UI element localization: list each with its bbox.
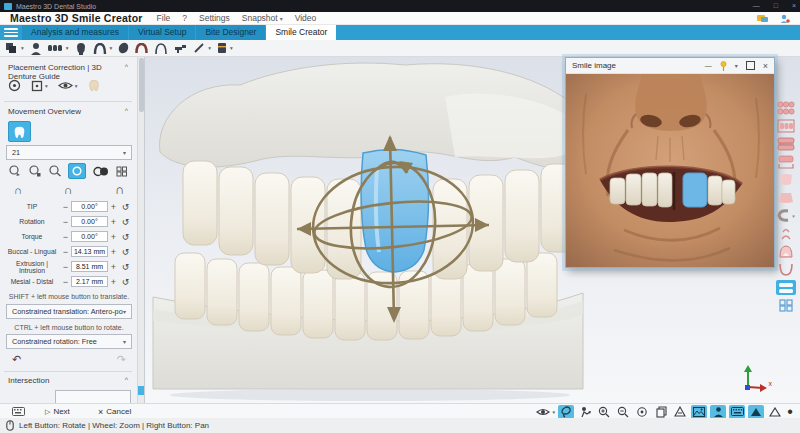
increment-button[interactable]: + <box>108 262 119 272</box>
teeth-row-icon[interactable] <box>48 43 63 53</box>
copy-view-icon[interactable] <box>653 405 669 419</box>
lower-arch-icon[interactable] <box>154 43 168 54</box>
zoom-in-icon[interactable] <box>596 405 612 419</box>
section-intersection[interactable]: Intersection ^ <box>8 376 128 385</box>
zoom-out-icon[interactable] <box>615 405 631 419</box>
smile-image-window[interactable]: Smile image — ▾ × <box>565 57 775 268</box>
orbit-icon[interactable] <box>577 405 593 419</box>
chevron-down-icon[interactable]: ▾ <box>735 62 738 69</box>
decrement-button[interactable]: − <box>60 217 71 227</box>
triangle-outline-icon[interactable] <box>767 405 783 419</box>
free-move-mode-button[interactable] <box>68 163 86 179</box>
hamburger-menu-icon[interactable] <box>0 25 22 40</box>
eye-icon[interactable]: ▾ <box>58 80 78 91</box>
keyboard-icon[interactable] <box>729 405 745 419</box>
reset-icon[interactable]: ↺ <box>119 262 132 272</box>
field-value[interactable]: 2.17 mm <box>71 276 108 287</box>
chat-icon[interactable] <box>757 14 768 23</box>
denture-view-button[interactable] <box>776 280 796 295</box>
increment-button[interactable]: + <box>108 247 119 257</box>
reset-rotation-icon[interactable] <box>28 165 41 177</box>
eye-icon[interactable] <box>535 405 551 419</box>
patient-bust-icon[interactable] <box>30 42 42 55</box>
next-button[interactable]: ▷ Next <box>45 404 70 419</box>
pin-icon[interactable] <box>720 61 727 71</box>
layout-grid-icon[interactable] <box>776 298 796 313</box>
more-dot-icon[interactable]: • <box>786 405 794 419</box>
arch-icon[interactable] <box>93 43 107 54</box>
redo-icon[interactable]: ↷ <box>117 353 126 366</box>
lower-arch-outline-icon[interactable] <box>776 262 796 277</box>
clamp-icon[interactable]: ▾ <box>776 208 796 223</box>
upper-arch-toggle-icon[interactable]: ∩ <box>14 184 22 196</box>
reset-icon[interactable]: ↺ <box>119 232 132 242</box>
tooth-ghost-icon[interactable] <box>88 79 100 92</box>
teeth-frame-icon[interactable] <box>776 118 796 133</box>
smile-window-titlebar[interactable]: Smile image — ▾ × <box>566 58 774 74</box>
arch-pair-icon[interactable] <box>776 226 796 241</box>
upper-arch-outline-icon[interactable] <box>776 244 796 259</box>
menu-file[interactable]: File <box>157 13 171 23</box>
field-value[interactable]: 14.13 mm <box>71 246 108 257</box>
upper-base-icon[interactable] <box>776 172 796 187</box>
reset-icon[interactable]: ↺ <box>119 217 132 227</box>
menu-video[interactable]: Video <box>295 13 317 23</box>
head-icon[interactable] <box>75 42 87 55</box>
smile-photo[interactable] <box>566 74 774 267</box>
increment-button[interactable]: + <box>108 232 119 242</box>
field-value[interactable]: 0.00° <box>71 201 108 212</box>
full-arch-toggle-icon[interactable]: ∩ <box>64 183 73 197</box>
collapse-icon[interactable]: ^ <box>125 107 128 116</box>
triangle-filled-icon[interactable] <box>748 405 764 419</box>
tooth-number-select[interactable]: 21 ▾ <box>6 145 132 160</box>
decrement-button[interactable]: − <box>60 202 71 212</box>
increment-button[interactable]: + <box>108 277 119 287</box>
tab-smile-creator[interactable]: Smile Creator <box>266 25 336 40</box>
airbrush-icon[interactable] <box>174 43 187 54</box>
tab-virtual-setup[interactable]: Virtual Setup <box>129 25 196 40</box>
molar-icon[interactable] <box>118 42 129 54</box>
constrained-translation-select[interactable]: Constrained translation: Antero-poste ▾ <box>6 304 132 319</box>
panel-scrollbar[interactable] <box>137 57 144 403</box>
layers-icon[interactable] <box>5 42 18 54</box>
smile-minimize-button[interactable]: — <box>705 62 712 69</box>
reset-icon[interactable]: ↺ <box>119 247 132 257</box>
reset-icon[interactable]: ↺ <box>119 277 132 287</box>
increment-button[interactable]: + <box>108 202 119 212</box>
window-minimize-button[interactable]: — <box>753 0 760 12</box>
field-value[interactable]: 0.00° <box>71 231 108 242</box>
pen-icon[interactable] <box>193 42 205 54</box>
tooth-mode-button[interactable] <box>8 121 31 142</box>
occlusion-icon[interactable] <box>776 100 796 115</box>
reset-torque-icon[interactable] <box>48 165 61 177</box>
upper-arch-icon[interactable] <box>135 43 148 53</box>
intersection-control-partial[interactable] <box>55 390 131 403</box>
notebook-icon[interactable] <box>217 42 227 54</box>
window-maximize-button[interactable]: □ <box>774 0 778 12</box>
smile-maximize-button[interactable] <box>746 61 755 70</box>
teeth-rows-icon[interactable] <box>776 136 796 151</box>
reset-tip-icon[interactable] <box>8 165 21 177</box>
keyboard-shortcut-icon[interactable] <box>12 404 25 419</box>
tab-analysis-and-measures[interactable]: Analysis and measures <box>22 25 128 40</box>
menu-snapshot[interactable]: Snapshot▾ <box>242 13 283 23</box>
lower-base-icon[interactable] <box>776 190 796 205</box>
frame-icon[interactable]: ▾ <box>31 80 48 92</box>
image-icon[interactable] <box>691 405 707 419</box>
field-value[interactable]: 8.51 mm <box>71 261 108 272</box>
portrait-icon[interactable] <box>710 405 726 419</box>
scrollbar-thumb[interactable] <box>139 58 144 112</box>
lower-arch-toggle-icon[interactable]: ∩ <box>115 182 124 197</box>
decrement-button[interactable]: − <box>60 277 71 287</box>
window-close-button[interactable]: × <box>792 0 796 12</box>
increment-button[interactable]: + <box>108 217 119 227</box>
field-value[interactable]: 0.00° <box>71 216 108 227</box>
link-toggle-icon[interactable] <box>93 166 109 177</box>
smile-close-button[interactable]: × <box>763 61 768 71</box>
lasso-select-icon[interactable] <box>558 405 574 419</box>
reset-icon[interactable]: ↺ <box>119 202 132 212</box>
tab-bite-designer[interactable]: Bite Designer <box>196 25 265 40</box>
set-square-icon[interactable] <box>672 405 688 419</box>
constrained-rotation-select[interactable]: Constrained rotation: Free ▾ <box>6 334 132 349</box>
menu-settings[interactable]: Settings <box>199 13 230 23</box>
